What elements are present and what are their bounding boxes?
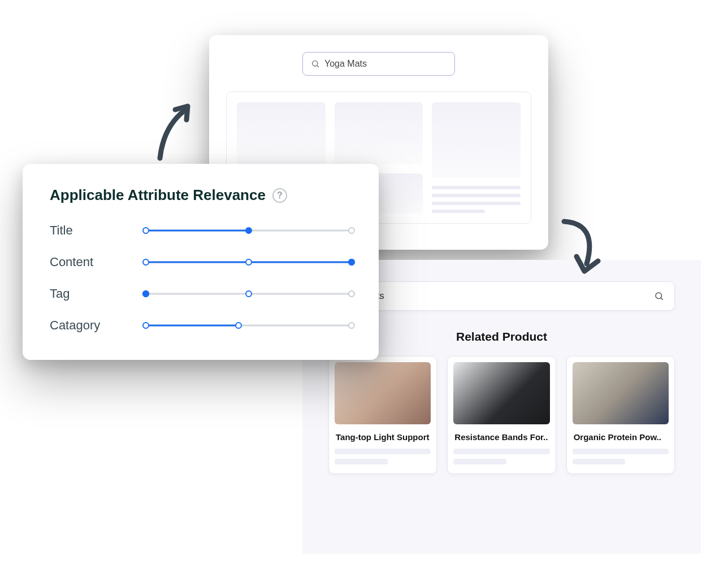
skeleton-line — [335, 449, 431, 454]
product-card[interactable]: Resistance Bands For.. — [447, 356, 556, 474]
skeleton-lines — [573, 449, 669, 464]
slider-end-dot — [348, 322, 355, 329]
slider-end-dot — [348, 227, 355, 234]
product-card[interactable]: Organic Protein Pow.. — [566, 356, 675, 474]
skeleton-lines — [335, 449, 431, 464]
svg-line-3 — [661, 298, 662, 299]
section-title: Related Product — [328, 330, 675, 344]
panel-title: Applicable Attribute Relevance — [50, 186, 266, 204]
arrow-icon — [554, 216, 605, 278]
slider-start-dot — [142, 227, 149, 234]
slider-mid-dot — [245, 259, 252, 266]
search-wrap: Yoga Mats — [226, 52, 531, 76]
search-input-top[interactable]: Yoga Mats — [302, 52, 455, 76]
skeleton-line — [573, 459, 626, 464]
skeleton-image — [432, 102, 521, 178]
product-image — [453, 362, 549, 424]
svg-line-1 — [317, 66, 319, 67]
slider-mid-dot — [245, 290, 252, 297]
skeleton-card — [237, 102, 326, 164]
slider-label: Title — [50, 223, 146, 238]
product-title: Organic Protein Pow.. — [574, 432, 668, 442]
skeleton-line — [573, 449, 669, 454]
svg-point-2 — [656, 293, 662, 299]
skeleton-lines — [432, 186, 521, 213]
slider-label: Content — [50, 255, 146, 270]
search-icon — [654, 291, 664, 301]
slider-track[interactable] — [146, 258, 352, 267]
skeleton-card-large — [432, 102, 521, 213]
slider-row: Content — [50, 255, 352, 270]
slider-handle[interactable] — [235, 322, 242, 329]
product-image — [573, 362, 669, 424]
search-icon — [311, 59, 320, 68]
arrow-icon — [151, 102, 197, 164]
slider-handle[interactable] — [142, 290, 149, 297]
skeleton-line — [432, 210, 485, 213]
slider-row: Catagory — [50, 318, 352, 333]
search-input-results[interactable]: Yoga Mats — [328, 281, 675, 311]
skeleton-line — [453, 459, 506, 464]
slider-end-dot — [348, 290, 355, 297]
product-card[interactable]: Tang-top Light Support — [328, 356, 437, 474]
slider-track[interactable] — [146, 226, 352, 235]
slider-end-dot — [348, 259, 355, 266]
track-fill — [146, 230, 249, 232]
slider-start-dot — [142, 322, 149, 329]
skeleton-line — [335, 459, 388, 464]
slider-track[interactable] — [146, 289, 352, 298]
slider-row: Title — [50, 223, 352, 238]
slider-track[interactable] — [146, 321, 352, 330]
slider-label: Catagory — [50, 318, 146, 333]
skeleton-line — [432, 202, 521, 205]
skeleton-lines — [453, 449, 549, 464]
skeleton-line — [432, 186, 521, 189]
slider-start-dot — [142, 259, 149, 266]
attribute-relevance-panel: Applicable Attribute Relevance ? TitleCo… — [23, 164, 379, 360]
product-title: Resistance Bands For.. — [454, 432, 548, 442]
skeleton-card — [335, 102, 423, 164]
product-image — [335, 362, 431, 424]
panel-title-row: Applicable Attribute Relevance ? — [50, 186, 352, 204]
track-fill — [146, 325, 239, 327]
skeleton-line — [432, 194, 521, 197]
slider-row: Tag — [50, 286, 352, 301]
slider-label: Tag — [50, 286, 146, 301]
svg-point-0 — [313, 61, 318, 66]
help-icon[interactable]: ? — [272, 188, 287, 203]
skeleton-line — [453, 449, 549, 454]
slider-handle[interactable] — [245, 227, 252, 234]
product-title: Tang-top Light Support — [336, 432, 430, 442]
search-query-text: Yoga Mats — [324, 59, 367, 69]
